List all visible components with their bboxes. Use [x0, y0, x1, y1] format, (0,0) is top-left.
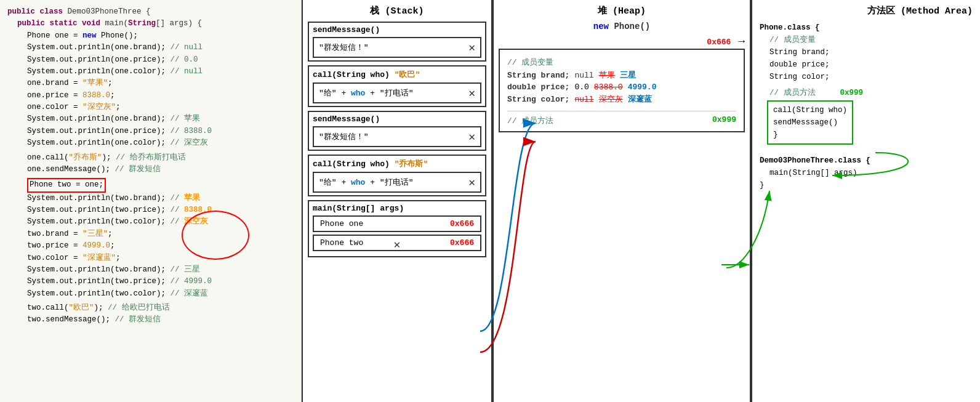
phone-two-row: Phone two 0x666 ✕	[313, 235, 481, 251]
heap-brand-row: String brand; null 苹果 三星	[507, 70, 736, 81]
method-addr-label: 0x999	[840, 87, 864, 99]
method-method-comment-row: // 成员方法 0x999	[769, 87, 973, 99]
phone-one-addr: 0x666	[450, 219, 474, 228]
close-icon-4: ✕	[468, 175, 475, 189]
frame-content-call2: "给" + who + "打电话" ✕	[313, 172, 481, 193]
method-close-brace: }	[773, 129, 847, 141]
heap-price-row: double price; 0.0 8388.0 4999.0	[507, 82, 736, 92]
frame-title-main: main(String[] args)	[313, 204, 481, 213]
heap-title: 堆 (Heap)	[499, 5, 745, 17]
code-line-8: System.out.println(one.brand); // 苹果	[27, 113, 294, 125]
heap-members-var: // 成员变量	[507, 57, 736, 68]
heap-panel: 堆 (Heap) new Phone() 0x666 → // 成员变量 Str…	[492, 0, 751, 402]
code-line-13: Phone two = one;	[27, 178, 294, 192]
stack-title: 栈 (Stack)	[308, 5, 486, 17]
code-line-6: one.price = 8388.0;	[27, 90, 294, 102]
heap-color-row: String color; null 深空灰 深邃蓝	[507, 94, 736, 105]
method-call-sig: call(String who)	[773, 104, 847, 116]
frame-val-call2: "给" + who + "打电话"	[319, 177, 413, 188]
code-line-11: one.call("乔布斯"); // 给乔布斯打电话	[27, 152, 294, 164]
main-container: public class Demo03PhoneThree { public s…	[0, 0, 980, 402]
class-decl: public class Demo03PhoneThree {	[7, 6, 294, 18]
phone-two-label: Phone two	[320, 238, 363, 247]
frame-title-call2: call(String who) "乔布斯"	[313, 158, 481, 169]
frame-val-call1: "给" + who + "打电话"	[319, 87, 413, 98]
close-icon-2: ✕	[468, 86, 475, 100]
method-panel: 方法区 (Method Area) Phone.class { // 成员变量 …	[751, 0, 980, 402]
frame-val-sendmsg2: "群发短信！"	[319, 131, 369, 142]
code-line-5: one.brand = "苹果";	[27, 78, 294, 89]
code-line-24: two.sendMessage(); // 群发短信	[27, 314, 294, 326]
panels-right: 栈 (Stack) sendMesssage() "群发短信！" ✕ call(…	[302, 0, 980, 402]
code-line-12: one.sendMessage(); // 群发短信	[27, 164, 294, 175]
method-comment: // 成员方法	[769, 87, 816, 99]
code-panel: public class Demo03PhoneThree { public s…	[0, 0, 302, 402]
code-line-10: System.out.println(one.color); // 深空灰	[27, 137, 294, 149]
stack-frame-sendmsg2: sendMesssage() "群发短信！" ✕	[308, 111, 486, 151]
demo-main-sig: main(String[] args)	[769, 167, 973, 179]
demo-class-decl: Demo03PhoneThree.class {	[760, 155, 973, 167]
method-title: 方法区 (Method Area)	[760, 5, 973, 17]
demo-class-block: Demo03PhoneThree.class { main(String[] a…	[760, 155, 973, 191]
code-line-3: System.out.println(one.price); // 0.0	[27, 54, 294, 66]
phone-one-row: Phone one 0x666	[313, 215, 481, 232]
method-price: double price;	[769, 58, 973, 71]
code-line-7: one.color = "深空灰";	[27, 102, 294, 113]
stack-frame-main: main(String[] args) Phone one 0x666 Phon…	[308, 200, 486, 257]
frame-val-sendmsg1: "群发短信！"	[319, 42, 369, 53]
code-line-2: System.out.println(one.brand); // null	[27, 42, 294, 54]
code-line-18: two.price = 4999.0;	[27, 240, 294, 252]
code-line-15: System.out.println(two.price); // 8388.0	[27, 204, 294, 216]
code-line-20: System.out.println(two.brand); // 三星	[27, 264, 294, 276]
main-decl: public static void main(String[] args) {	[17, 18, 294, 30]
heap-addr-label: 0x666 →	[499, 35, 745, 47]
stack-frame-sendmsg1: sendMesssage() "群发短信！" ✕	[308, 22, 486, 62]
method-send-sig: sendMesssage()	[773, 116, 847, 129]
frame-title-sendmsg2: sendMesssage()	[313, 115, 481, 124]
code-line-14: System.out.println(two.brand); // 苹果	[27, 193, 294, 204]
method-var-comment: // 成员变量	[769, 34, 973, 46]
method-brand: String brand;	[769, 46, 973, 58]
stack-frame-call1: call(String who) "欧巴" "给" + who + "打电话" …	[308, 65, 486, 107]
heap-object: // 成员变量 String brand; null 苹果 三星 double …	[499, 49, 745, 132]
code-line-17: two.brand = "三星";	[27, 228, 294, 240]
method-green-box: call(String who) sendMesssage() }	[767, 100, 853, 145]
frame-title-call1: call(String who) "欧巴"	[313, 69, 481, 80]
code-line-9: System.out.println(one.price); // 8388.0	[27, 126, 294, 137]
frame-content-call1: "给" + who + "打电话" ✕	[313, 82, 481, 103]
close-icon-3: ✕	[468, 130, 475, 143]
close-icon-5: ✕	[394, 238, 401, 251]
code-line-22: System.out.println(two.color); // 深邃蓝	[27, 288, 294, 300]
heap-method-row: // 成员方法 0x999	[507, 111, 736, 126]
phone-class-block: Phone.class { // 成员变量 String brand; doub…	[760, 22, 973, 145]
frame-title-sendmsg1: sendMesssage()	[313, 25, 481, 34]
phone-one-label: Phone one	[320, 219, 363, 228]
phone-two-addr: 0x666	[450, 238, 474, 247]
method-color: String color;	[769, 71, 973, 83]
code-line-21: System.out.println(two.price); // 4999.0	[27, 276, 294, 287]
close-icon-1: ✕	[468, 41, 475, 54]
code-line-23: two.call("欧巴"); // 给欧巴打电话	[27, 302, 294, 314]
code-line-4: System.out.println(one.color); // null	[27, 66, 294, 78]
phone-class-decl: Phone.class {	[760, 22, 973, 34]
code-line-19: two.color = "深邃蓝";	[27, 252, 294, 264]
demo-close-brace: }	[760, 179, 973, 191]
frame-content-sendmsg2: "群发短信！" ✕	[313, 126, 481, 147]
stack-frame-call2: call(String who) "乔布斯" "给" + who + "打电话"…	[308, 155, 486, 196]
stack-panel: 栈 (Stack) sendMesssage() "群发短信！" ✕ call(…	[302, 0, 492, 402]
code-line-16: System.out.println(two.color); // 深空灰	[27, 216, 294, 228]
heap-new-phone-label: new Phone()	[499, 22, 745, 31]
code-line-1: Phone one = new Phone();	[27, 30, 294, 42]
frame-content-sendmsg1: "群发短信！" ✕	[313, 37, 481, 58]
